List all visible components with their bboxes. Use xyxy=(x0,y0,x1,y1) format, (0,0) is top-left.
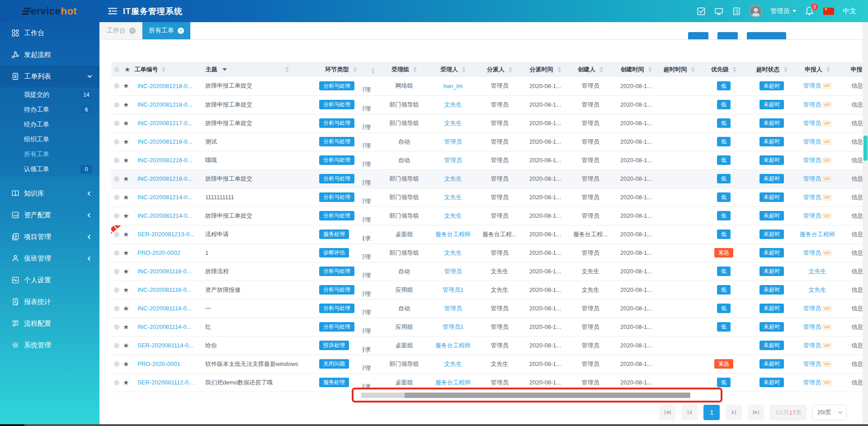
star-icon[interactable]: ★ xyxy=(123,267,129,275)
row-select-circle[interactable] xyxy=(114,176,119,182)
star-icon[interactable]: ★ xyxy=(123,323,129,331)
star-icon[interactable]: ★ xyxy=(123,360,129,368)
row-select-circle[interactable] xyxy=(114,158,119,163)
table-row[interactable]: ★ INC-2020081114-0... 红 分析与处理 事件管理 应用组 管… xyxy=(111,318,868,336)
order-id-link[interactable]: INC-2020081214-0... xyxy=(137,212,192,219)
assignee-link[interactable]: 管理员1 xyxy=(443,323,463,330)
sort-control[interactable] xyxy=(826,67,830,72)
reporter-link[interactable]: 文先生 xyxy=(809,268,826,275)
star-icon[interactable]: ★ xyxy=(123,175,129,183)
assignee-link[interactable]: 管理员 xyxy=(444,305,462,312)
reporter-link[interactable]: 管理员 xyxy=(803,101,821,108)
table-row[interactable]: ★ INC-2020081214-0... 故障申报工单提交 分析与处理 事件管… xyxy=(111,206,868,225)
star-icon[interactable]: ★ xyxy=(123,379,129,386)
sidebar-item-knowledge[interactable]: 知识库 xyxy=(0,183,99,204)
assignee-link[interactable]: 管理员 xyxy=(444,268,462,275)
star-icon[interactable]: ★ xyxy=(123,138,129,145)
assignee-link[interactable]: 文先生 xyxy=(444,360,462,367)
clipped-toolbar-button[interactable] xyxy=(717,32,738,39)
sidebar-item-todo[interactable]: 待办工单 6 xyxy=(0,102,99,117)
sidebar-item-personal-settings[interactable]: 个人设置 xyxy=(0,269,99,291)
sidebar-item-org-orders[interactable]: 组织工单 xyxy=(0,132,99,147)
table-row[interactable]: ★ INC-2020081116-0... 故障流程 分析与处理 事件管理 自动… xyxy=(111,262,868,281)
reporter-link[interactable]: 管理员 xyxy=(803,82,821,89)
order-id-link[interactable]: INC-2020081116-0... xyxy=(137,286,191,293)
order-id-link[interactable]: INC-2020081218-0... xyxy=(137,83,192,89)
order-id-link[interactable]: INC-2020081114-0... xyxy=(137,305,191,312)
row-select-circle[interactable] xyxy=(114,287,119,293)
vertical-scrollbar[interactable] xyxy=(863,22,868,424)
order-id-link[interactable]: SER-2020081213-0... xyxy=(137,231,194,238)
table-row[interactable]: ★ INC-2020081216-0... 哦哦 分析与处理 事件管理 自动 管… xyxy=(111,151,868,169)
reporter-link[interactable]: 管理员 xyxy=(803,175,821,182)
assignee-link[interactable]: 文先生 xyxy=(444,101,462,108)
sort-control[interactable] xyxy=(784,67,788,72)
assignee-link[interactable]: 文先生 xyxy=(444,175,462,182)
order-id-link[interactable]: INC-2020081216-0... xyxy=(137,157,192,164)
row-select-circle[interactable] xyxy=(114,121,119,126)
row-select-circle[interactable] xyxy=(114,139,119,145)
sidebar-item-worklist[interactable]: 工单列表 xyxy=(0,66,99,87)
sidebar-item-asset-config[interactable]: 资产配置 xyxy=(0,204,99,226)
order-id-link[interactable]: INC-2020081217-0... xyxy=(137,120,192,126)
order-id-link[interactable]: INC-2020081218-0... xyxy=(137,101,192,108)
assignee-link[interactable]: 文先生 xyxy=(444,212,462,219)
reporter-link[interactable]: 管理员 xyxy=(803,157,821,164)
reporter-link[interactable]: 管理员 xyxy=(803,305,821,312)
sort-control[interactable] xyxy=(462,67,466,72)
row-select-circle[interactable] xyxy=(114,361,119,367)
star-icon[interactable]: ★ xyxy=(123,119,129,127)
table-row[interactable]: ★ PRO-2020-0002 1 诊断评估 问题管理 部门领导组 文先生 管理… xyxy=(111,243,868,262)
todo-check-icon[interactable] xyxy=(697,7,706,16)
sidebar-item-start-process[interactable]: 发起流程 xyxy=(0,44,99,66)
sidebar-item-workbench[interactable]: 工作台 xyxy=(0,22,99,44)
close-icon[interactable]: × xyxy=(178,28,184,34)
close-icon[interactable]: × xyxy=(129,28,136,34)
order-id-link[interactable]: PRO-2020-0002 xyxy=(137,249,180,256)
sort-control[interactable] xyxy=(413,67,417,72)
sidebar-item-system-mgmt[interactable]: 系统管理 xyxy=(0,334,99,356)
language-switcher[interactable]: 中文 xyxy=(843,7,856,15)
sort-control[interactable] xyxy=(599,67,603,72)
table-row[interactable]: ★ INC-2020081216-0... 故障申报工单提交 分析与处理 事件管… xyxy=(111,169,868,188)
sort-control[interactable] xyxy=(733,67,736,72)
side-panel-handle[interactable] xyxy=(863,136,868,161)
reporter-link[interactable]: 管理员 xyxy=(803,212,821,219)
sidebar-item-handled[interactable]: 经办工单 xyxy=(0,117,99,132)
row-select-circle[interactable] xyxy=(114,306,119,311)
sort-control[interactable] xyxy=(557,67,561,72)
reporter-link[interactable]: 文先生 xyxy=(809,286,826,293)
flag-icon[interactable] xyxy=(823,8,834,15)
sidebar-item-report-stats[interactable]: 报表统计 xyxy=(0,291,99,313)
assignee-link[interactable]: 文先生 xyxy=(444,120,462,126)
first-page-button[interactable] xyxy=(659,405,675,420)
reporter-link[interactable]: 管理员 xyxy=(803,342,821,349)
assignee-link[interactable]: 服务台工程师 xyxy=(435,342,471,349)
assignee-link[interactable]: 服务台工程师 xyxy=(435,379,471,386)
sort-control[interactable] xyxy=(371,68,375,74)
clipped-toolbar-button[interactable] xyxy=(688,32,708,39)
table-row[interactable]: ★ INC-2020081217-0... 故障申报工单提交 分析与处理 事件管… xyxy=(111,114,868,132)
reporter-link[interactable]: 管理员 xyxy=(803,120,821,126)
sidebar-item-all-orders[interactable]: 所有工单 xyxy=(0,147,99,162)
star-icon[interactable]: ★ xyxy=(123,304,129,312)
star-icon[interactable]: ★ xyxy=(123,101,129,108)
sidebar-collapse-icon[interactable] xyxy=(107,6,118,16)
current-page-button[interactable]: 1 xyxy=(703,405,720,420)
assignee-link[interactable]: 管理员 xyxy=(444,138,462,145)
table-row[interactable]: ★ INC-2020081218-0... 故障申报工单提交 分析与处理 事件管… xyxy=(111,77,868,95)
row-select-circle[interactable] xyxy=(114,269,119,274)
order-id-link[interactable]: PRO-2020-0001 xyxy=(137,360,180,367)
notifications-button[interactable]: 3 xyxy=(805,6,815,17)
sort-control[interactable] xyxy=(509,67,512,72)
row-select-circle[interactable] xyxy=(114,83,119,89)
table-row[interactable]: ★ INC-2020081216-0... 测试 分析与处理 事件管理 自动 管… xyxy=(111,132,868,151)
star-icon[interactable]: ★ xyxy=(123,230,129,238)
star-icon[interactable]: ★ xyxy=(123,193,129,201)
star-icon[interactable]: ★ xyxy=(123,212,129,220)
reporter-link[interactable]: 管理员 xyxy=(803,194,821,201)
tab-workbench[interactable]: 工作台 × xyxy=(100,22,142,39)
table-row[interactable]: ★ PRO-2020-0001 软件版本太低无法支撑最新windows 关闭问题… xyxy=(111,355,868,373)
page-size-select[interactable]: 20/页 xyxy=(812,405,847,420)
sidebar-item-process-config[interactable]: 流程配置 xyxy=(0,313,99,334)
